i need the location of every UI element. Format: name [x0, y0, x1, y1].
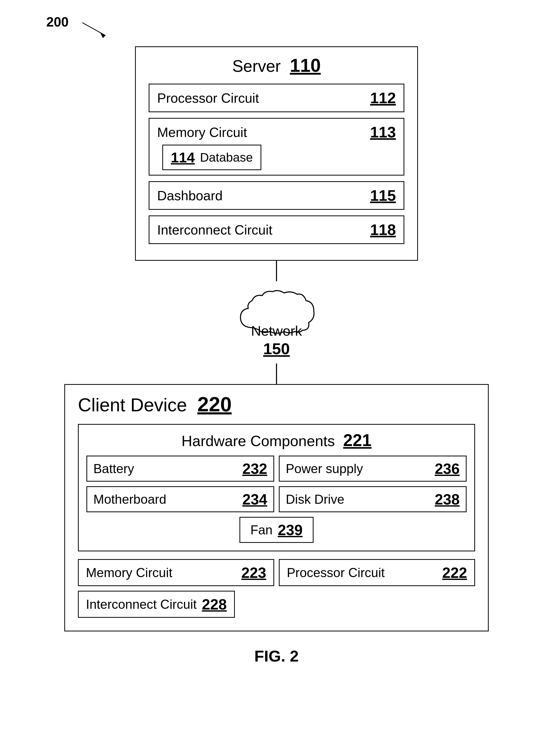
disk-drive-label: Disk Drive: [286, 492, 344, 507]
hardware-components-title: Hardware Components 221: [86, 430, 467, 450]
battery-label: Battery: [93, 461, 134, 476]
client-bottom-components: Memory Circuit 223 Processor Circuit 222: [78, 559, 475, 586]
interconnect-circuit-client-ref: 228: [202, 596, 227, 613]
client-device-box: Client Device 220 Hardware Components 22…: [64, 384, 489, 631]
network-label: Network: [251, 323, 302, 339]
database-ref: 114: [171, 149, 195, 166]
svg-line-0: [82, 23, 105, 36]
motherboard-ref: 234: [242, 491, 267, 508]
battery-ref: 232: [242, 460, 267, 477]
connector-server-network: [276, 261, 277, 281]
power-supply-ref: 236: [435, 460, 460, 477]
disk-drive-ref: 238: [435, 491, 460, 508]
disk-drive-box: Disk Drive 238: [279, 486, 467, 512]
motherboard-label: Motherboard: [93, 492, 166, 507]
battery-box: Battery 232: [86, 456, 274, 482]
memory-circuit-server-box: Memory Circuit 113 114 Database: [149, 118, 404, 176]
power-supply-box: Power supply 236: [279, 456, 467, 482]
processor-circuit-ref: 112: [370, 89, 396, 107]
network-ref: 150: [263, 340, 290, 357]
server-title: Server 110: [149, 55, 404, 76]
memory-circuit-client-label: Memory Circuit: [86, 565, 172, 580]
network-cloud: Network 150: [233, 286, 320, 358]
figure-200-label: 200: [46, 14, 69, 29]
interconnect-circuit-server-label: Interconnect Circuit: [157, 222, 272, 237]
arrow-200-icon: [80, 20, 110, 41]
fan-box: Fan 239: [239, 517, 314, 543]
server-box: Server 110 Processor Circuit 112 Memory …: [135, 46, 418, 261]
database-label: Database: [200, 150, 253, 164]
processor-circuit-label: Processor Circuit: [157, 90, 259, 106]
fan-row: Fan 239: [86, 517, 467, 543]
client-device-title: Client Device 220: [78, 393, 475, 416]
interconnect-circuit-server-box: Interconnect Circuit 118: [149, 215, 404, 244]
hardware-components-box: Hardware Components 221 Battery 232 Powe…: [78, 424, 475, 551]
fan-label: Fan: [250, 523, 272, 538]
interconnect-circuit-client-label: Interconnect Circuit: [86, 597, 197, 612]
fig-caption: FIG. 2: [254, 647, 299, 665]
memory-circuit-client-box: Memory Circuit 223: [78, 559, 274, 586]
connector-network-client: [276, 363, 277, 384]
processor-circuit-box: Processor Circuit 112: [149, 84, 404, 112]
dashboard-ref: 115: [370, 187, 396, 204]
interconnect-circuit-server-ref: 118: [370, 221, 396, 238]
database-box: 114 Database: [162, 145, 261, 170]
fan-ref: 239: [278, 521, 303, 539]
memory-circuit-server-ref: 113: [370, 123, 396, 141]
processor-circuit-client-ref: 222: [442, 564, 467, 581]
memory-circuit-server-label: Memory Circuit: [157, 125, 247, 140]
interconnect-row: Interconnect Circuit 228: [78, 591, 475, 618]
interconnect-circuit-client-box: Interconnect Circuit 228: [78, 591, 235, 618]
hardware-grid: Battery 232 Power supply 236 Motherboard…: [86, 456, 467, 512]
dashboard-box: Dashboard 115: [149, 181, 404, 210]
processor-circuit-client-box: Processor Circuit 222: [279, 559, 475, 586]
memory-circuit-client-ref: 223: [241, 564, 266, 581]
motherboard-box: Motherboard 234: [86, 486, 274, 512]
processor-circuit-client-label: Processor Circuit: [287, 565, 385, 580]
power-supply-label: Power supply: [286, 461, 363, 476]
dashboard-label: Dashboard: [157, 188, 223, 203]
